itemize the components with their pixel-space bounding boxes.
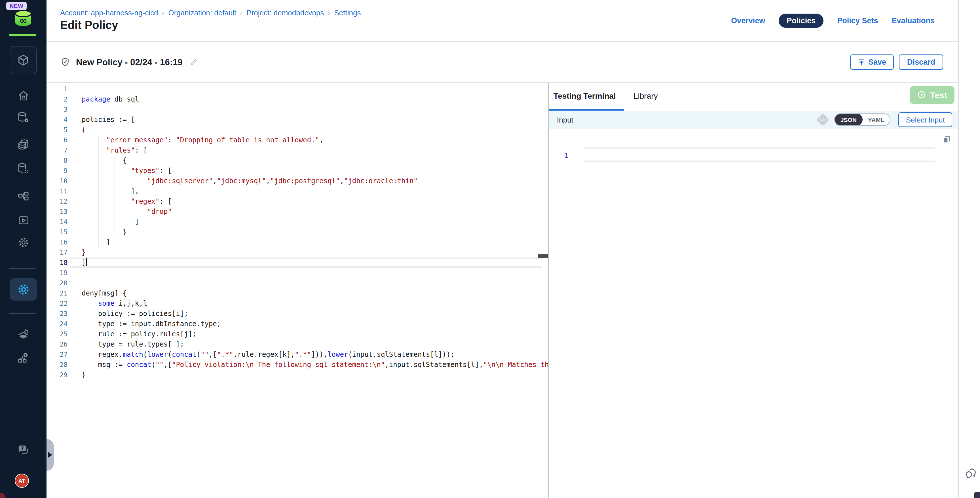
editor-panel-divider[interactable] [548,83,549,498]
discard-button[interactable]: Discard [899,54,943,70]
sidebar-item-database-stack[interactable] [0,134,46,156]
sidebar-item-pipelines[interactable] [0,186,46,207]
chevron-right-icon [48,452,52,458]
toggle-yaml[interactable]: YAML [862,113,890,126]
tab-policies-active[interactable]: Policies [779,13,824,27]
layers-gear-icon [16,327,30,341]
code-line-6[interactable]: 6"error_message": "Dropping of table is … [46,135,548,145]
code-line-21[interactable]: 21deny[msg] { [46,288,548,298]
input-active-line[interactable] [584,148,935,162]
line-number: 9 [46,165,67,175]
code-line-17[interactable]: 17} [46,247,548,257]
code-text: deny[msg] { [82,288,127,298]
code-line-11[interactable]: 11], [46,186,548,196]
code-line-10[interactable]: 10"jdbc:sqlserver","jdbc:mysql","jdbc:po… [46,175,548,186]
sidebar-item-help[interactable]: ? [0,439,46,461]
sidebar-item-org-settings[interactable] [0,347,46,369]
sidebar-item-settings-active[interactable] [10,278,37,301]
user-avatar[interactable]: AT [15,474,29,488]
code-text: ] [82,216,139,227]
tab-library[interactable]: Library [633,83,658,109]
sidebar-item-layers-settings[interactable] [0,323,46,345]
code-line-5[interactable]: 5{ [46,124,548,135]
breadcrumb-account[interactable]: Account: app-harness-ng-cicd [60,8,158,17]
tab-policy-sets[interactable]: Policy Sets [837,16,878,25]
line-number: 19 [46,267,67,278]
breadcrumb-organization[interactable]: Organization: default [168,8,236,17]
code-line-24[interactable]: 24type := input.dbInstance.type; [46,318,548,329]
sidebar-item-executions[interactable] [0,209,46,231]
text-cursor [86,258,87,266]
code-text: msg := concat("",["Policy violation:\n T… [82,359,548,369]
sidebar-item-database-instances[interactable] [0,158,46,179]
line-number: 11 [46,186,67,196]
line-number: 18 [46,257,67,267]
select-input-button[interactable]: Select Input [899,112,952,127]
code-text: "jdbc:sqlserver","jdbc:mysql","jdbc:post… [82,175,418,186]
sidebar-item-database-settings[interactable] [0,107,46,128]
code-line-1[interactable]: 1 [46,84,548,94]
tab-testing-terminal[interactable]: Testing Terminal [554,83,616,109]
line-number: 12 [46,196,67,206]
code-text: rule := policy.rules[j]; [82,329,197,339]
breadcrumb-project[interactable]: Project: demodbdevops [247,8,324,17]
sidebar-item-module-selector[interactable] [10,46,37,74]
breadcrumb-separator: › [162,9,164,17]
line-number: 15 [46,227,67,237]
code-line-27[interactable]: 27regex.match(lower(concat("",[".*",rule… [46,349,548,359]
tab-overview[interactable]: Overview [731,16,765,25]
chat-bubbles-icon[interactable] [963,466,978,481]
code-line-25[interactable]: 25rule := policy.rules[j]; [46,329,548,339]
code-text: package db_sql [82,94,139,104]
input-editor[interactable]: 1 [549,129,958,498]
org-gear-icon [16,351,30,365]
code-line-2[interactable]: 2package db_sql [46,94,548,104]
code-line-8[interactable]: 8{ [46,155,548,165]
toggle-json[interactable]: JSON [835,113,862,126]
code-line-13[interactable]: 13"drop" [46,206,548,216]
line-number: 5 [46,124,67,135]
line-number: 29 [46,369,67,380]
edit-pencil-icon[interactable] [189,58,198,66]
code-line-23[interactable]: 23policy := policies[i]; [46,308,548,318]
code-text: "regex": [ [82,196,172,206]
page-header: Account: app-harness-ng-cicd › Organizat… [46,0,980,41]
line-number: 3 [46,104,67,114]
code-line-28[interactable]: 28msg := concat("",["Policy violation:\n… [46,359,548,369]
copy-icon[interactable] [942,134,951,144]
code-line-22[interactable]: 22some i,j,k,l [46,298,548,308]
code-line-3[interactable]: 3 [46,104,548,114]
code-line-19[interactable]: 19 [46,267,548,278]
breadcrumb-settings[interactable]: Settings [334,8,361,17]
code-line-14[interactable]: 14] [46,216,548,227]
code-line-18[interactable]: 18] [46,257,548,267]
gear-icon [17,235,30,249]
harness-db-devops-logo[interactable]: ∞ [14,9,33,29]
sidebar-expand-handle[interactable] [46,439,54,471]
code-line-9[interactable]: 9"types": [ [46,165,548,175]
code-line-4[interactable]: 4policies := [ [46,114,548,124]
sidebar-item-home[interactable] [0,84,46,106]
policy-code-editor[interactable]: 12package db_sql34policies := [5{6"error… [46,83,548,498]
code-line-20[interactable]: 20 [46,278,548,288]
code-line-16[interactable]: 16] [46,237,548,247]
code-lines[interactable]: 12package db_sql34policies := [5{6"error… [46,83,548,380]
code-line-12[interactable]: 12"regex": [ [46,196,548,206]
save-button[interactable]: Save [850,54,894,70]
tab-evaluations[interactable]: Evaluations [891,16,935,25]
code-line-29[interactable]: 29} [46,369,548,380]
code-line-7[interactable]: 7"rules": [ [46,145,548,155]
policy-name: New Policy - 02/24 - 16:19 [76,57,183,67]
sidebar-item-settings-outline[interactable] [0,231,46,253]
code-line-15[interactable]: 15} [46,227,548,237]
code-line-26[interactable]: 26type = rule.types[_]; [46,339,548,349]
page-title: Edit Policy [60,19,118,32]
line-number: 26 [46,339,67,349]
code-format-icon[interactable]: </> [816,113,829,126]
editor-scrollbar-thumb[interactable] [538,254,548,258]
code-text: type := input.dbInstance.type; [82,318,221,329]
code-text: "drop" [82,206,172,216]
active-line-highlight [70,257,542,267]
test-button[interactable]: Test [910,85,955,104]
corner-widget[interactable] [974,492,980,498]
